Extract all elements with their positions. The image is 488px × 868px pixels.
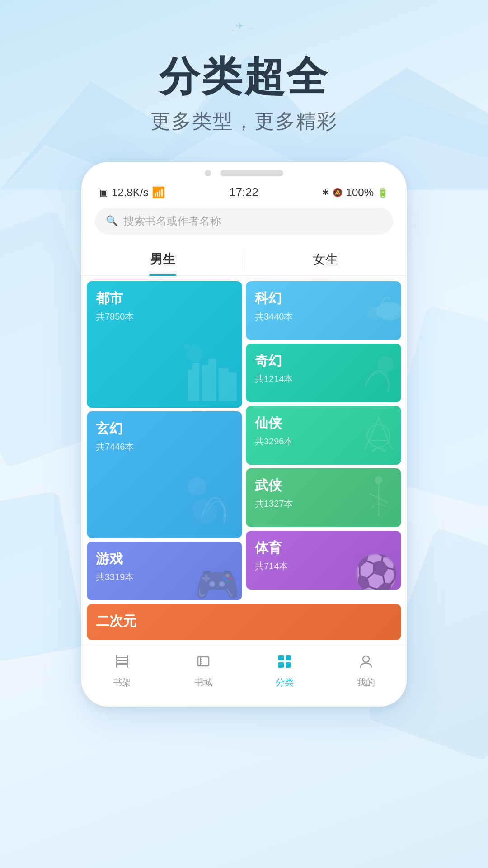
cat-name-玄幻: 玄幻 xyxy=(96,420,233,438)
tab-female[interactable]: 女生 xyxy=(244,244,407,275)
hero-subtitle: 更多类型，更多精彩 xyxy=(0,108,488,135)
city-icon xyxy=(183,343,242,408)
category-card-inner: 体育 共714本 ⚽ xyxy=(246,531,401,590)
svg-point-12 xyxy=(187,346,203,362)
category-card-二次元[interactable]: 二次元 xyxy=(87,604,401,640)
search-bar[interactable]: 🔍 搜索书名或作者名称 xyxy=(95,208,393,235)
svg-rect-10 xyxy=(219,368,229,401)
bookshelf-icon xyxy=(114,653,130,674)
svg-rect-29 xyxy=(278,662,284,668)
nav-item-profile[interactable]: 我的 xyxy=(325,653,407,689)
category-col-right: 科幻 共3440本 奇幻 xyxy=(246,281,401,600)
scifi-icon xyxy=(356,288,401,340)
battery-icon: 🔋 xyxy=(377,187,389,198)
nav-item-bookstore[interactable]: 书城 xyxy=(163,653,244,689)
xianxia-icon xyxy=(356,413,401,465)
svg-point-18 xyxy=(377,356,394,373)
hero-section: 分类超全 更多类型，更多精彩 xyxy=(0,0,488,135)
svg-rect-21 xyxy=(116,657,128,658)
search-icon: 🔍 xyxy=(106,215,118,227)
svg-point-31 xyxy=(363,656,369,662)
cat-count-玄幻: 共7446本 xyxy=(96,441,233,453)
svg-rect-11 xyxy=(229,372,237,401)
category-card-inner: 玄幻 共7446本 xyxy=(87,411,242,538)
svg-rect-23 xyxy=(116,663,128,665)
category-col-left: 都市 共7850本 xyxy=(87,281,242,600)
search-placeholder: 搜索书名或作者名称 xyxy=(123,214,221,228)
silent-icon: 🔕 xyxy=(333,188,343,198)
category-card-游戏[interactable]: 游戏 共3319本 🎮 xyxy=(87,542,242,600)
cat-count-都市: 共7850本 xyxy=(96,311,233,323)
partial-row: 二次元 xyxy=(87,604,401,640)
bluetooth-icon: ✱ xyxy=(322,188,329,198)
phone-top-bar xyxy=(81,162,407,181)
profile-icon xyxy=(358,653,374,674)
svg-point-15 xyxy=(188,477,206,495)
bg-shape-bottom-left xyxy=(0,491,85,662)
bookstore-icon xyxy=(195,653,211,674)
svg-rect-30 xyxy=(286,662,291,668)
fantasy-icon xyxy=(183,473,242,538)
status-left: ▣ 12.8K/s 📶 xyxy=(99,186,165,199)
svg-rect-13 xyxy=(185,344,190,348)
nav-item-bookshelf[interactable]: 书架 xyxy=(81,653,163,689)
category-grid: 都市 共7850本 xyxy=(81,276,407,600)
game-icon: 🎮 xyxy=(195,566,240,600)
svg-rect-14 xyxy=(192,344,195,346)
svg-rect-27 xyxy=(278,655,284,660)
category-card-inner: 都市 共7850本 xyxy=(87,281,242,408)
sports-icon: ⚽ xyxy=(354,556,399,590)
phone-pill xyxy=(220,170,283,176)
category-card-inner: 奇幻 共1214本 xyxy=(246,344,401,402)
category-card-科幻[interactable]: 科幻 共3440本 xyxy=(246,281,401,340)
category-card-玄幻[interactable]: 玄幻 共7446本 xyxy=(87,411,242,538)
svg-rect-9 xyxy=(208,359,216,401)
status-right: ✱ 🔕 100% 🔋 xyxy=(322,186,389,199)
wuxia-icon xyxy=(356,476,401,527)
category-card-仙侠[interactable]: 仙侠 共3296本 xyxy=(246,406,401,465)
category-card-武侠[interactable]: 武侠 共1327本 xyxy=(246,468,401,527)
svg-rect-25 xyxy=(127,655,128,668)
nav-item-category[interactable]: 分类 xyxy=(244,653,325,689)
category-card-inner: 科幻 共3440本 xyxy=(246,281,401,340)
category-icon xyxy=(277,653,293,674)
cat-name-都市: 都市 xyxy=(96,289,233,308)
hero-title: 分类超全 xyxy=(0,54,488,99)
sim-icon: ▣ xyxy=(99,187,108,198)
svg-rect-26 xyxy=(198,657,209,666)
nav-label-profile: 我的 xyxy=(357,676,375,689)
cat-name-二次元: 二次元 xyxy=(96,612,392,631)
category-card-inner: 仙侠 共3296本 xyxy=(246,406,401,465)
phone-dot xyxy=(205,170,211,176)
nav-label-bookstore: 书城 xyxy=(194,676,212,689)
phone-mockup-container: ▣ 12.8K/s 📶 17:22 ✱ 🔕 100% 🔋 🔍 搜索书名或作者名称… xyxy=(81,162,407,707)
nav-label-category: 分类 xyxy=(276,676,294,689)
category-card-inner: 游戏 共3319本 🎮 xyxy=(87,542,242,600)
wifi-icon: 📶 xyxy=(152,186,165,199)
category-card-inner: 武侠 共1327本 xyxy=(246,468,401,527)
svg-rect-22 xyxy=(116,660,128,661)
tab-male[interactable]: 男生 xyxy=(81,244,244,275)
category-card-奇幻[interactable]: 奇幻 共1214本 xyxy=(246,344,401,402)
bottom-navigation: 书架 书城 xyxy=(81,646,407,693)
network-speed: 12.8K/s xyxy=(112,186,148,199)
svg-rect-24 xyxy=(116,655,117,668)
svg-rect-7 xyxy=(192,363,199,401)
svg-point-20 xyxy=(375,476,382,484)
svg-rect-28 xyxy=(286,655,291,660)
nav-label-bookshelf: 书架 xyxy=(113,676,131,689)
battery-percent: 100% xyxy=(346,186,374,199)
status-bar: ▣ 12.8K/s 📶 17:22 ✱ 🔕 100% 🔋 xyxy=(81,181,407,203)
category-card-都市[interactable]: 都市 共7850本 xyxy=(87,281,242,408)
status-time: 17:22 xyxy=(229,185,258,199)
phone-mockup: ▣ 12.8K/s 📶 17:22 ✱ 🔕 100% 🔋 🔍 搜索书名或作者名称… xyxy=(81,162,407,707)
fantasy2-icon xyxy=(356,351,401,402)
svg-point-17 xyxy=(367,307,381,320)
category-card-体育[interactable]: 体育 共714本 ⚽ xyxy=(246,531,401,590)
category-tabs: 男生 女生 xyxy=(81,244,407,276)
category-card-inner: 二次元 xyxy=(87,604,401,640)
